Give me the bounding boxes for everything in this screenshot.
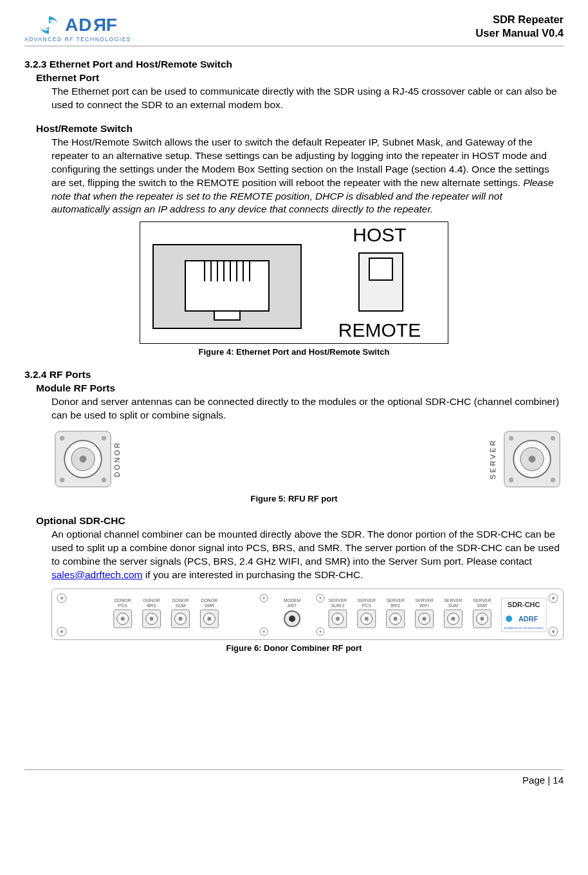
svg-point-93 xyxy=(451,617,455,621)
donor-label-icon: DONOR xyxy=(112,430,127,488)
fig4-remote-label: REMOTE xyxy=(338,319,421,341)
svg-point-26 xyxy=(551,436,555,440)
donor-label: DONOR xyxy=(113,441,121,477)
figure-5-caption: Figure 5: RFU RF port xyxy=(24,493,564,505)
svg-text:DONOR: DONOR xyxy=(201,598,217,603)
svg-point-44 xyxy=(552,630,555,633)
svg-text:PCS: PCS xyxy=(118,603,128,608)
svg-point-18 xyxy=(102,436,106,440)
logo-text: ADRF xyxy=(65,13,118,37)
svg-point-78 xyxy=(365,617,369,621)
svg-point-98 xyxy=(480,617,484,621)
svg-rect-1 xyxy=(185,261,269,311)
svg-point-59 xyxy=(179,617,183,621)
figure-4-image: HOST REMOTE xyxy=(140,221,448,344)
sub-sdr-chc-body: An optional channel combiner can be moun… xyxy=(51,528,562,582)
svg-text:DONOR: DONOR xyxy=(143,598,160,603)
svg-text:SUM: SUM xyxy=(176,603,186,608)
doc-title-line1: SDR Repeater xyxy=(475,13,564,26)
figure-5-image: DONOR SERVER xyxy=(51,430,564,488)
svg-point-36 xyxy=(263,630,265,632)
sales-email-link[interactable]: sales@adrftech.com xyxy=(51,569,143,580)
svg-point-64 xyxy=(207,617,211,621)
sub-module-rf-body: Donor and server antennas can be connect… xyxy=(51,395,562,422)
svg-point-88 xyxy=(423,617,427,621)
svg-text:SERVER: SERVER xyxy=(357,598,376,603)
port-group-left: DONOR PCS DONOR BRS DONOR SUM DONOR SMR xyxy=(114,598,219,628)
svg-text:SERVER: SERVER xyxy=(473,598,492,603)
sdr-chc-body-a: An optional channel combiner can be moun… xyxy=(51,529,560,567)
sub-sdr-chc-head: Optional SDR-CHC xyxy=(36,514,564,528)
svg-text:SMR: SMR xyxy=(477,603,488,608)
svg-point-25 xyxy=(509,436,513,440)
logo-subtext: ADVANCED RF TECHNOLOGIES xyxy=(24,36,131,43)
svg-text:ADRF: ADRF xyxy=(519,615,538,623)
svg-text:ANT: ANT xyxy=(288,603,297,608)
sub-host-remote-body: The Host/Remote Switch allows the user t… xyxy=(51,136,562,217)
svg-text:SMR: SMR xyxy=(205,603,214,608)
svg-point-54 xyxy=(150,617,154,621)
svg-point-40 xyxy=(319,630,321,632)
svg-point-49 xyxy=(121,617,125,621)
donor-port-icon xyxy=(54,430,112,488)
svg-text:DONOR: DONOR xyxy=(172,598,189,603)
svg-point-102 xyxy=(506,616,512,622)
svg-point-24 xyxy=(529,455,536,462)
svg-point-28 xyxy=(551,477,555,482)
svg-text:WIFI: WIFI xyxy=(419,603,429,608)
svg-point-73 xyxy=(336,617,340,621)
page-header: ADRF ADVANCED RF TECHNOLOGIES SDR Repeat… xyxy=(24,13,564,46)
svg-point-83 xyxy=(394,617,398,621)
sdr-chc-body-b: if you are interested in purchasing the … xyxy=(143,569,363,580)
sub-host-remote-head: Host/Remote Switch xyxy=(36,122,564,136)
svg-text:SERVER: SERVER xyxy=(444,598,463,603)
svg-text:DONOR: DONOR xyxy=(115,598,131,603)
port-group-right: SERVER SUM 2 SERVER PCS SERVER BRS SERVE… xyxy=(329,598,492,628)
sub-ethernet-port-head: Ethernet Port xyxy=(36,71,564,85)
page-number: Page | 14 xyxy=(522,775,564,786)
page-footer: Page | 14 xyxy=(24,769,564,787)
svg-point-17 xyxy=(60,436,64,440)
svg-text:BRS: BRS xyxy=(390,603,400,608)
sub-module-rf-head: Module RF Ports xyxy=(36,382,564,395)
svg-text:SUM: SUM xyxy=(448,603,459,608)
svg-text:SERVER: SERVER xyxy=(386,598,405,603)
svg-point-16 xyxy=(80,455,87,462)
sub-ethernet-port-body: The Ethernet port can be used to communi… xyxy=(51,85,562,112)
svg-point-32 xyxy=(60,630,63,633)
logo-swirl-icon xyxy=(38,14,60,36)
section-3-2-4-title: 3.2.4 RF Ports xyxy=(24,368,564,382)
figure-6-caption: Figure 6: Donor Combiner RF port xyxy=(24,643,564,654)
svg-point-38 xyxy=(319,597,321,599)
svg-text:PCS: PCS xyxy=(362,603,372,608)
svg-text:SERVER: SERVER xyxy=(329,598,347,603)
svg-rect-12 xyxy=(369,258,392,280)
svg-text:MODEM: MODEM xyxy=(284,598,301,603)
svg-text:SUM 2: SUM 2 xyxy=(331,603,344,608)
svg-point-30 xyxy=(60,597,63,599)
svg-point-68 xyxy=(289,616,295,622)
logo: ADRF ADVANCED RF TECHNOLOGIES xyxy=(24,13,131,43)
server-port-icon xyxy=(503,430,561,488)
svg-rect-10 xyxy=(214,311,240,320)
server-label-icon: SERVER xyxy=(488,430,503,488)
svg-point-20 xyxy=(102,477,106,482)
svg-point-42 xyxy=(552,597,555,599)
svg-point-27 xyxy=(509,477,513,482)
header-doc-title: SDR Repeater User Manual V0.4 xyxy=(475,13,564,41)
fig4-host-label: HOST xyxy=(353,224,406,245)
svg-text:SDR-CHC: SDR-CHC xyxy=(508,601,540,608)
doc-title-line2: User Manual V0.4 xyxy=(475,26,564,40)
svg-point-34 xyxy=(263,597,265,599)
svg-text:ADVANCED RF TECHNOLOGIES: ADVANCED RF TECHNOLOGIES xyxy=(504,626,544,630)
sub-host-remote-body-a: The Host/Remote Switch allows the user t… xyxy=(51,136,549,188)
svg-text:BRS: BRS xyxy=(147,603,156,608)
server-label: SERVER xyxy=(489,438,497,479)
svg-point-19 xyxy=(60,477,64,482)
section-3-2-3-title: 3.2.3 Ethernet Port and Host/Remote Swit… xyxy=(24,58,564,71)
figure-6-image: DONOR PCS DONOR BRS DONOR SUM DONOR SMR xyxy=(51,588,564,640)
figure-4-caption: Figure 4: Ethernet Port and Host/Remote … xyxy=(199,346,390,358)
figure-4: HOST REMOTE Figure 4: Ethernet Port and … xyxy=(24,221,564,358)
svg-text:SERVER: SERVER xyxy=(415,598,434,603)
